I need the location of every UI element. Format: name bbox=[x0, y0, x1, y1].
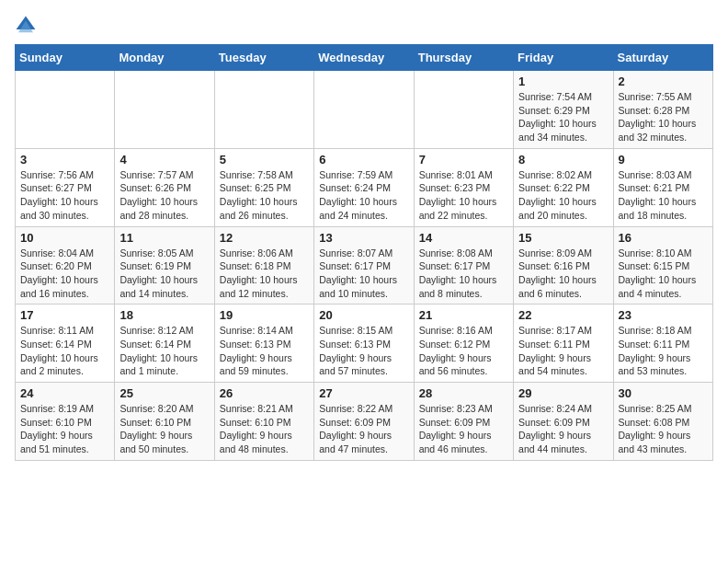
calendar-cell: 6Sunrise: 7:59 AM Sunset: 6:24 PM Daylig… bbox=[314, 148, 414, 226]
day-info: Sunrise: 8:03 AM Sunset: 6:21 PM Dayligh… bbox=[619, 168, 708, 223]
calendar-cell: 2Sunrise: 7:55 AM Sunset: 6:28 PM Daylig… bbox=[613, 71, 712, 149]
day-number: 23 bbox=[619, 308, 708, 322]
day-of-week-header: Monday bbox=[115, 45, 214, 71]
logo bbox=[15, 15, 40, 37]
day-number: 12 bbox=[220, 231, 309, 245]
day-info: Sunrise: 7:57 AM Sunset: 6:26 PM Dayligh… bbox=[119, 168, 209, 223]
calendar-cell: 1Sunrise: 7:54 AM Sunset: 6:29 PM Daylig… bbox=[514, 71, 613, 149]
calendar-cell bbox=[414, 71, 513, 149]
day-info: Sunrise: 8:21 AM Sunset: 6:10 PM Dayligh… bbox=[220, 402, 309, 456]
day-info: Sunrise: 8:12 AM Sunset: 6:14 PM Dayligh… bbox=[119, 324, 209, 378]
calendar-cell: 11Sunrise: 8:05 AM Sunset: 6:19 PM Dayli… bbox=[115, 226, 214, 304]
day-info: Sunrise: 7:55 AM Sunset: 6:28 PM Dayligh… bbox=[619, 90, 708, 144]
day-number: 26 bbox=[220, 386, 309, 400]
calendar-cell: 23Sunrise: 8:18 AM Sunset: 6:11 PM Dayli… bbox=[613, 304, 712, 383]
page-header bbox=[15, 15, 713, 37]
day-number: 27 bbox=[319, 386, 408, 400]
day-number: 20 bbox=[319, 308, 408, 322]
calendar-cell bbox=[214, 71, 313, 149]
calendar-cell: 27Sunrise: 8:22 AM Sunset: 6:09 PM Dayli… bbox=[314, 383, 414, 461]
day-number: 15 bbox=[518, 231, 608, 245]
calendar-cell: 5Sunrise: 7:58 AM Sunset: 6:25 PM Daylig… bbox=[214, 148, 313, 226]
day-number: 2 bbox=[619, 75, 708, 88]
day-info: Sunrise: 8:04 AM Sunset: 6:20 PM Dayligh… bbox=[20, 247, 109, 301]
calendar-cell: 10Sunrise: 8:04 AM Sunset: 6:20 PM Dayli… bbox=[16, 226, 115, 304]
calendar-cell: 14Sunrise: 8:08 AM Sunset: 6:17 PM Dayli… bbox=[414, 226, 513, 304]
calendar-cell: 7Sunrise: 8:01 AM Sunset: 6:23 PM Daylig… bbox=[414, 148, 513, 226]
day-info: Sunrise: 8:05 AM Sunset: 6:19 PM Dayligh… bbox=[119, 247, 209, 301]
calendar-cell: 4Sunrise: 7:57 AM Sunset: 6:26 PM Daylig… bbox=[115, 148, 214, 226]
day-number: 19 bbox=[220, 308, 309, 322]
calendar-cell: 16Sunrise: 8:10 AM Sunset: 6:15 PM Dayli… bbox=[613, 226, 712, 304]
day-number: 25 bbox=[119, 386, 209, 400]
day-info: Sunrise: 7:54 AM Sunset: 6:29 PM Dayligh… bbox=[518, 90, 608, 144]
day-of-week-header: Sunday bbox=[16, 45, 115, 71]
day-info: Sunrise: 7:59 AM Sunset: 6:24 PM Dayligh… bbox=[319, 168, 408, 223]
day-info: Sunrise: 8:10 AM Sunset: 6:15 PM Dayligh… bbox=[619, 247, 708, 301]
day-info: Sunrise: 8:16 AM Sunset: 6:12 PM Dayligh… bbox=[419, 324, 508, 378]
calendar-cell: 19Sunrise: 8:14 AM Sunset: 6:13 PM Dayli… bbox=[214, 304, 313, 383]
day-info: Sunrise: 8:08 AM Sunset: 6:17 PM Dayligh… bbox=[419, 247, 508, 301]
day-number: 6 bbox=[319, 153, 408, 167]
day-info: Sunrise: 8:22 AM Sunset: 6:09 PM Dayligh… bbox=[319, 402, 408, 456]
day-number: 3 bbox=[20, 153, 109, 167]
day-number: 14 bbox=[419, 231, 508, 245]
day-of-week-header: Wednesday bbox=[314, 45, 414, 71]
day-info: Sunrise: 8:07 AM Sunset: 6:17 PM Dayligh… bbox=[319, 247, 408, 301]
calendar-cell bbox=[115, 71, 214, 149]
day-number: 21 bbox=[419, 308, 508, 322]
calendar-cell: 20Sunrise: 8:15 AM Sunset: 6:13 PM Dayli… bbox=[314, 304, 414, 383]
day-info: Sunrise: 8:14 AM Sunset: 6:13 PM Dayligh… bbox=[220, 324, 309, 378]
day-info: Sunrise: 7:58 AM Sunset: 6:25 PM Dayligh… bbox=[220, 168, 309, 223]
calendar-cell: 28Sunrise: 8:23 AM Sunset: 6:09 PM Dayli… bbox=[414, 383, 513, 461]
calendar-cell: 8Sunrise: 8:02 AM Sunset: 6:22 PM Daylig… bbox=[514, 148, 613, 226]
day-number: 24 bbox=[20, 386, 109, 400]
calendar-cell: 9Sunrise: 8:03 AM Sunset: 6:21 PM Daylig… bbox=[613, 148, 712, 226]
calendar-cell: 29Sunrise: 8:24 AM Sunset: 6:09 PM Dayli… bbox=[514, 383, 613, 461]
calendar-cell: 18Sunrise: 8:12 AM Sunset: 6:14 PM Dayli… bbox=[115, 304, 214, 383]
day-info: Sunrise: 7:56 AM Sunset: 6:27 PM Dayligh… bbox=[20, 168, 109, 223]
day-info: Sunrise: 8:24 AM Sunset: 6:09 PM Dayligh… bbox=[518, 402, 608, 456]
day-info: Sunrise: 8:23 AM Sunset: 6:09 PM Dayligh… bbox=[419, 402, 508, 456]
day-info: Sunrise: 8:18 AM Sunset: 6:11 PM Dayligh… bbox=[619, 324, 708, 378]
day-number: 16 bbox=[619, 231, 708, 245]
calendar-cell: 22Sunrise: 8:17 AM Sunset: 6:11 PM Dayli… bbox=[514, 304, 613, 383]
calendar-cell: 25Sunrise: 8:20 AM Sunset: 6:10 PM Dayli… bbox=[115, 383, 214, 461]
day-number: 22 bbox=[518, 308, 608, 322]
day-info: Sunrise: 8:20 AM Sunset: 6:10 PM Dayligh… bbox=[119, 402, 209, 456]
calendar-cell: 26Sunrise: 8:21 AM Sunset: 6:10 PM Dayli… bbox=[214, 383, 313, 461]
day-info: Sunrise: 8:19 AM Sunset: 6:10 PM Dayligh… bbox=[20, 402, 109, 456]
day-info: Sunrise: 8:15 AM Sunset: 6:13 PM Dayligh… bbox=[319, 324, 408, 378]
day-number: 18 bbox=[119, 308, 209, 322]
calendar-cell: 30Sunrise: 8:25 AM Sunset: 6:08 PM Dayli… bbox=[613, 383, 712, 461]
calendar-cell: 24Sunrise: 8:19 AM Sunset: 6:10 PM Dayli… bbox=[16, 383, 115, 461]
day-number: 9 bbox=[619, 153, 708, 167]
day-info: Sunrise: 8:11 AM Sunset: 6:14 PM Dayligh… bbox=[20, 324, 109, 378]
day-info: Sunrise: 8:01 AM Sunset: 6:23 PM Dayligh… bbox=[419, 168, 508, 223]
day-number: 7 bbox=[419, 153, 508, 167]
calendar-cell bbox=[16, 71, 115, 149]
day-number: 13 bbox=[319, 231, 408, 245]
logo-icon bbox=[15, 15, 37, 37]
calendar-cell: 15Sunrise: 8:09 AM Sunset: 6:16 PM Dayli… bbox=[514, 226, 613, 304]
day-number: 10 bbox=[20, 231, 109, 245]
day-info: Sunrise: 8:09 AM Sunset: 6:16 PM Dayligh… bbox=[518, 247, 608, 301]
calendar-cell: 12Sunrise: 8:06 AM Sunset: 6:18 PM Dayli… bbox=[214, 226, 313, 304]
day-number: 17 bbox=[20, 308, 109, 322]
day-number: 29 bbox=[518, 386, 608, 400]
day-info: Sunrise: 8:25 AM Sunset: 6:08 PM Dayligh… bbox=[619, 402, 708, 456]
day-number: 1 bbox=[518, 75, 608, 88]
day-number: 8 bbox=[518, 153, 608, 167]
day-info: Sunrise: 8:06 AM Sunset: 6:18 PM Dayligh… bbox=[220, 247, 309, 301]
calendar-cell: 21Sunrise: 8:16 AM Sunset: 6:12 PM Dayli… bbox=[414, 304, 513, 383]
day-info: Sunrise: 8:17 AM Sunset: 6:11 PM Dayligh… bbox=[518, 324, 608, 378]
day-number: 4 bbox=[119, 153, 209, 167]
calendar-table: SundayMondayTuesdayWednesdayThursdayFrid… bbox=[15, 44, 713, 461]
day-of-week-header: Tuesday bbox=[214, 45, 313, 71]
day-info: Sunrise: 8:02 AM Sunset: 6:22 PM Dayligh… bbox=[518, 168, 608, 223]
day-number: 30 bbox=[619, 386, 708, 400]
day-number: 5 bbox=[220, 153, 309, 167]
calendar-cell: 17Sunrise: 8:11 AM Sunset: 6:14 PM Dayli… bbox=[16, 304, 115, 383]
day-number: 28 bbox=[419, 386, 508, 400]
day-of-week-header: Friday bbox=[514, 45, 613, 71]
